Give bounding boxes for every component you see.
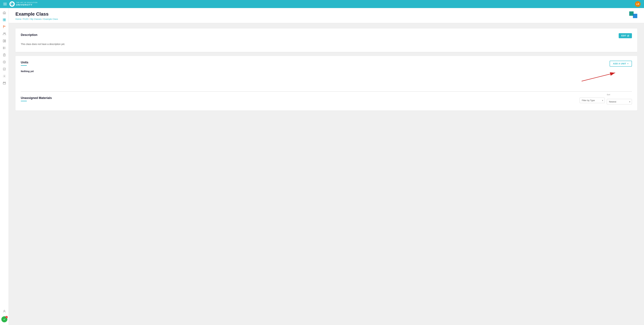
svg-point-2	[12, 4, 13, 5]
breadcrumb: Home / FLEX / My Classes / Example Class	[16, 18, 58, 20]
svg-point-10	[4, 33, 5, 34]
svg-point-27	[4, 76, 5, 77]
sidebar-item-pennant[interactable]	[1, 24, 8, 30]
svg-rect-12	[4, 40, 6, 41]
filters-area: Filter by Type Sort NewestOldestAlphabet…	[580, 96, 632, 104]
svg-point-18	[3, 48, 4, 48]
breadcrumb-current[interactable]: Example Class	[44, 18, 58, 20]
sort-select-wrapper: NewestOldestAlphabetical	[607, 99, 632, 104]
filter-type-wrapper: Filter by Type	[580, 98, 605, 103]
edit-icon	[627, 35, 629, 37]
notification-button[interactable]: 7	[1, 316, 8, 322]
sort-label: Sort	[607, 94, 610, 96]
svg-point-17	[3, 47, 4, 48]
breadcrumb-flex[interactable]: FLEX	[23, 18, 29, 20]
logo-text: the art of education UNIVERSITY	[16, 2, 38, 6]
svg-point-3	[12, 4, 12, 4]
description-card: Description EDIT This class does not hav…	[16, 28, 637, 52]
page-title: Example Class	[16, 12, 58, 17]
breadcrumb-home[interactable]: Home	[16, 18, 21, 20]
breadcrumb-my-classes[interactable]: My Classes	[30, 18, 42, 20]
notification-count: 7	[5, 316, 8, 318]
svg-rect-5	[4, 18, 6, 20]
nothing-yet-label: Nothing yet	[21, 70, 632, 72]
edit-button[interactable]: EDIT	[619, 33, 632, 38]
svg-rect-11	[3, 40, 4, 42]
sidebar-item-people[interactable]	[1, 308, 8, 314]
svg-rect-28	[3, 82, 6, 84]
svg-point-31	[4, 310, 5, 311]
sidebar-item-home[interactable]	[1, 10, 8, 16]
top-navigation: the art of education UNIVERSITY LR	[0, 0, 644, 8]
user-avatar[interactable]: LR	[635, 1, 641, 7]
units-title: Units	[21, 61, 28, 64]
sidebar-item-clipboard[interactable]	[1, 52, 8, 58]
hamburger-menu[interactable]	[3, 3, 7, 5]
svg-rect-13	[4, 41, 6, 42]
sidebar: 7	[0, 8, 9, 325]
sort-wrapper: Sort NewestOldestAlphabetical	[607, 96, 632, 104]
svg-point-0	[10, 2, 14, 6]
sidebar-item-list[interactable]	[1, 44, 8, 51]
add-unit-button[interactable]: ADD A UNIT +	[610, 61, 632, 66]
unassigned-title: Unassigned Materials	[21, 96, 52, 100]
svg-rect-6	[3, 20, 4, 21]
sidebar-item-flex[interactable]	[1, 16, 8, 23]
unassigned-title-underline	[21, 101, 27, 101]
annotation-arrow	[572, 70, 625, 84]
svg-point-30	[5, 82, 5, 82]
description-content: This class does not have a description y…	[21, 41, 632, 47]
logo-area: the art of education UNIVERSITY	[10, 1, 38, 7]
logo-icon	[10, 1, 15, 7]
svg-point-19	[3, 49, 4, 49]
sidebar-item-gallery[interactable]	[1, 80, 8, 86]
svg-marker-25	[4, 62, 5, 63]
svg-point-29	[3, 82, 4, 82]
svg-rect-4	[3, 18, 4, 20]
main-content: Example Class Home / FLEX / My Classes /…	[9, 8, 644, 325]
svg-rect-7	[4, 20, 6, 21]
svg-line-33	[582, 73, 615, 81]
units-section: Units ADD A UNIT + Nothing yet	[16, 56, 637, 110]
sidebar-item-layout[interactable]	[1, 38, 8, 44]
sidebar-item-play[interactable]	[1, 59, 8, 66]
ms-teams-logo	[629, 12, 637, 18]
sidebar-item-settings[interactable]	[1, 73, 8, 80]
unassigned-materials-section: Unassigned Materials Filter by Type Sort…	[21, 96, 632, 104]
sort-select[interactable]: NewestOldestAlphabetical	[607, 99, 632, 104]
units-title-underline	[21, 65, 27, 66]
svg-rect-26	[3, 68, 5, 70]
svg-point-9	[4, 33, 4, 34]
filter-type-select[interactable]: Filter by Type	[580, 98, 605, 103]
sidebar-item-groups[interactable]	[1, 30, 8, 37]
description-title: Description	[21, 33, 38, 37]
page-header: Example Class Home / FLEX / My Classes /…	[9, 8, 644, 23]
sidebar-item-tasks[interactable]	[1, 66, 8, 72]
